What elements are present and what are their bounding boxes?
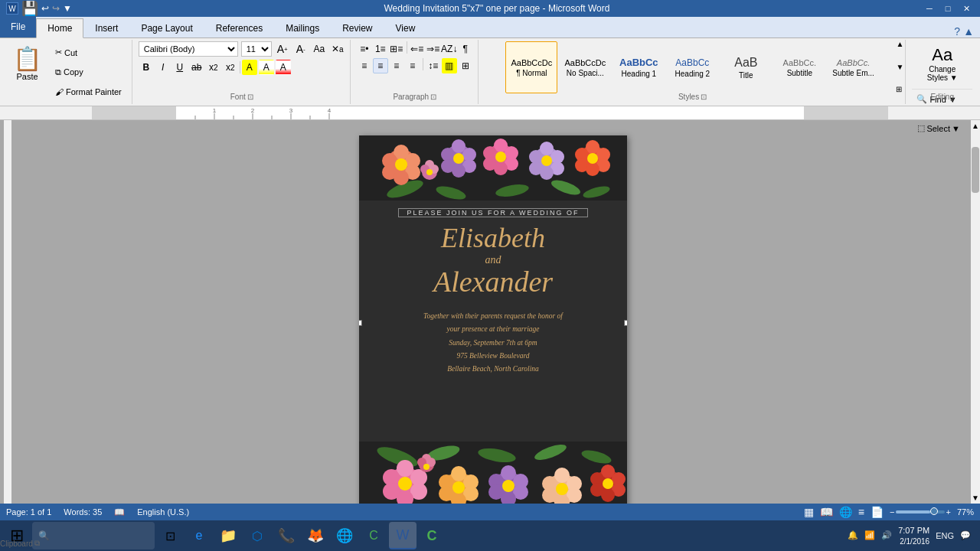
zoom-out-btn[interactable]: − (890, 507, 894, 517)
clipboard-expand-icon[interactable]: ⧉ (34, 539, 40, 548)
styles-expand-icon[interactable]: ⊡ (701, 93, 707, 101)
cut-button[interactable]: ✂ Cut (51, 45, 126, 60)
start-btn[interactable]: ⊞ (3, 522, 31, 549)
style-heading1[interactable]: AaBbCc Heading 1 (612, 41, 665, 93)
border-btn[interactable]: ⊞ (458, 58, 473, 73)
close-btn[interactable]: ✕ (959, 2, 974, 15)
volume-icon[interactable]: 🔊 (881, 530, 892, 540)
tab-file[interactable]: File (0, 16, 36, 37)
spell-check-icon[interactable]: 📖 (114, 507, 125, 517)
style-no-spacing[interactable]: AaBbCcDc No Spaci... (559, 41, 611, 93)
tab-home[interactable]: Home (36, 18, 83, 38)
font-expand-icon[interactable]: ⊡ (247, 93, 253, 101)
change-case-btn[interactable]: Aa (312, 41, 327, 57)
svg-point-43 (495, 152, 506, 162)
change-styles-button[interactable]: Aa ChangeStyles ▼ (922, 41, 963, 86)
view-web-icon[interactable]: 🌐 (839, 506, 852, 518)
align-center-btn[interactable]: ≡ (373, 58, 388, 73)
bullets-btn[interactable]: ≡• (357, 41, 372, 57)
scroll-down-btn[interactable]: ▼ (970, 492, 980, 504)
app2-btn[interactable]: C (418, 522, 446, 549)
undo-btn[interactable]: ↩ (41, 3, 49, 14)
view-draft-icon[interactable]: 📄 (871, 506, 884, 518)
justify-btn[interactable]: ≡ (405, 58, 420, 73)
format-painter-button[interactable]: 🖌 Format Painter (51, 85, 126, 99)
notification-icon[interactable]: 🔔 (848, 530, 858, 540)
paste-button[interactable]: 📋 Paste (6, 41, 48, 103)
font-name-select[interactable]: Calibri (Body) (139, 41, 238, 57)
multilevel-btn[interactable]: ⊞≡ (389, 41, 404, 57)
view-normal-icon[interactable]: ▦ (804, 506, 814, 518)
copy-button[interactable]: ⧉ Copy (51, 65, 126, 80)
para-expand-icon[interactable]: ⊡ (430, 93, 436, 101)
tab-view[interactable]: View (384, 18, 427, 37)
right-scrollbar[interactable]: ▲ ▼ (971, 120, 980, 504)
numbering-btn[interactable]: 1≡ (373, 41, 388, 57)
zoom-in-btn[interactable]: + (946, 507, 951, 517)
firefox-btn[interactable]: 🦊 (302, 522, 329, 549)
highlight-color-btn[interactable]: A (259, 60, 274, 75)
shading-btn[interactable]: ▥ (442, 58, 457, 73)
tab-review[interactable]: Review (331, 18, 384, 37)
ie-btn[interactable]: e (185, 522, 213, 549)
styles-scroll-down[interactable]: ▼ (896, 63, 903, 71)
tab-references[interactable]: References (204, 18, 274, 37)
v-ruler-svg (0, 120, 15, 504)
style-title[interactable]: AaB Title (720, 41, 772, 93)
chrome-btn[interactable]: 🌐 (331, 522, 358, 549)
clear-format-btn[interactable]: ✕a (330, 41, 345, 57)
zoom-slider[interactable] (896, 510, 944, 514)
style-heading2[interactable]: AaBbCc Heading 2 (666, 41, 718, 93)
view-outline-icon[interactable]: ≡ (858, 506, 864, 518)
quick-access-dropdown[interactable]: ▼ (63, 3, 72, 14)
align-right-btn[interactable]: ≡ (389, 58, 404, 73)
decrease-indent-btn[interactable]: ⇐≡ (410, 41, 425, 57)
font-color-btn[interactable]: A (276, 60, 291, 75)
shrink-font-btn[interactable]: A- (293, 41, 309, 57)
zoom-percent[interactable]: 77% (957, 507, 974, 517)
word-taskbar-btn[interactable]: W (389, 522, 416, 549)
change-styles-label: ChangeStyles ▼ (927, 65, 958, 82)
network-icon[interactable]: 📶 (864, 530, 875, 540)
minimize-btn[interactable]: ─ (922, 2, 937, 15)
app1-btn[interactable]: C (360, 522, 387, 549)
notifications-btn[interactable]: 💬 (960, 530, 971, 540)
underline-btn[interactable]: U (172, 60, 188, 75)
italic-btn[interactable]: I (155, 60, 171, 75)
doc-scroll[interactable]: PLEASE JOIN US FOR A WEDDING OF Elisabet… (15, 120, 971, 504)
subscript-btn[interactable]: x2 (206, 60, 221, 75)
wedding-content: PLEASE JOIN US FOR A WEDDING OF Elisabet… (359, 201, 627, 442)
ribbon-minimize-icon[interactable]: ▲ (963, 25, 974, 37)
maximize-btn[interactable]: □ (940, 2, 956, 15)
viber-btn[interactable]: 📞 (273, 522, 300, 549)
help-icon[interactable]: ? (954, 25, 960, 37)
sort-btn[interactable]: AZ↓ (442, 41, 457, 57)
font-size-select[interactable]: 11 (241, 41, 272, 57)
superscript-btn[interactable]: x2 (223, 60, 238, 75)
file-explorer-btn[interactable]: 📁 (214, 522, 242, 549)
search-btn[interactable]: 🔍 (32, 522, 155, 549)
align-left-btn[interactable]: ≡ (357, 58, 372, 73)
grow-font-btn[interactable]: A+ (275, 41, 290, 57)
cortana-btn[interactable]: ⬡ (243, 522, 271, 549)
view-reading-icon[interactable]: 📖 (820, 506, 833, 518)
redo-btn[interactable]: ↪ (52, 3, 60, 14)
tab-mailings[interactable]: Mailings (274, 18, 331, 37)
task-view-btn[interactable]: ⊡ (156, 522, 184, 549)
status-bar: Page: 1 of 1 Words: 35 📖 English (U.S.) … (0, 504, 980, 520)
styles-scroll-up[interactable]: ▲ (896, 40, 903, 48)
style-subtle-em[interactable]: AaBbCc. Subtle Em... (827, 41, 879, 93)
strikethrough-btn[interactable]: ab (189, 60, 204, 75)
tab-insert[interactable]: Insert (83, 18, 129, 37)
select-button[interactable]: ⬚ Select ▼ (912, 121, 972, 135)
increase-indent-btn[interactable]: ⇒≡ (426, 41, 441, 57)
flowers-bottom (359, 442, 627, 504)
tab-page-layout[interactable]: Page Layout (129, 18, 204, 37)
bold-btn[interactable]: B (139, 60, 154, 75)
style-normal[interactable]: AaBbCcDc ¶ Normal (505, 41, 557, 93)
style-subtitle[interactable]: AaBbCc. Subtitle (773, 41, 825, 93)
show-hide-btn[interactable]: ¶ (458, 41, 473, 57)
text-highlight-btn[interactable]: A (242, 60, 257, 75)
line-spacing-btn[interactable]: ↕≡ (426, 58, 441, 73)
scrollbar-thumb[interactable] (972, 147, 979, 193)
